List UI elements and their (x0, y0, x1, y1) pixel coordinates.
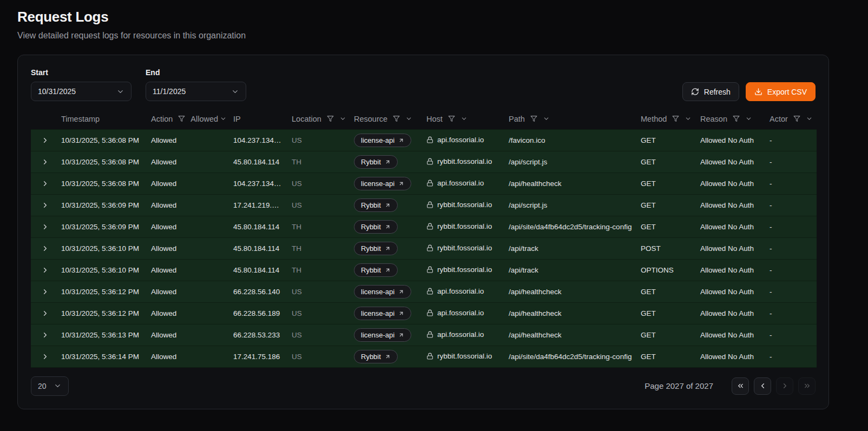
chevron-down-icon[interactable] (461, 115, 468, 122)
resource-badge[interactable]: Rybbit (354, 350, 398, 363)
resource-cell: Rybbit (350, 259, 422, 281)
page-size-select[interactable]: 20 (31, 376, 69, 396)
filter-icon[interactable] (733, 115, 740, 122)
table-row[interactable]: 10/31/2025, 5:36:14 PM Allowed 17.241.75… (31, 346, 817, 367)
expand-row-button[interactable] (38, 307, 51, 320)
expand-row-button[interactable] (38, 220, 51, 233)
chevron-down-icon[interactable] (339, 115, 346, 122)
resource-badge[interactable]: Rybbit (354, 220, 398, 234)
resource-badge-label: Rybbit (361, 266, 381, 274)
location-cell: US (287, 129, 350, 151)
filter-icon[interactable] (327, 115, 334, 122)
chevron-down-icon[interactable] (405, 115, 412, 122)
expand-row-button[interactable] (38, 328, 51, 341)
resource-badge[interactable]: license-api (354, 134, 411, 147)
method-cell: GET (636, 346, 696, 367)
resource-badge-label: license-api (361, 180, 394, 188)
method-cell: GET (636, 324, 696, 346)
resource-badge-label: license-api (361, 331, 394, 339)
action-filter-value: Allowed (190, 115, 218, 123)
path-cell: /api/script.js (504, 194, 636, 216)
chevrons-left-icon (737, 382, 745, 390)
lock-icon (426, 288, 433, 295)
table-row[interactable]: 10/31/2025, 5:36:10 PM Allowed 45.80.184… (31, 237, 817, 259)
resource-badge[interactable]: Rybbit (354, 198, 398, 212)
lock-icon (426, 244, 433, 251)
resource-cell: Rybbit (350, 194, 422, 216)
actor-cell: - (765, 346, 817, 367)
resource-badge[interactable]: license-api (354, 328, 411, 342)
filter-icon[interactable] (448, 115, 455, 122)
host-label: rybbit.fossorial.io (437, 352, 492, 360)
resource-badge[interactable]: license-api (354, 177, 411, 190)
expand-row-button[interactable] (38, 134, 51, 147)
expand-row-button[interactable] (38, 242, 51, 255)
start-date-field: Start 10/31/2025 (31, 68, 131, 101)
action-filter-dropdown[interactable]: Allowed (190, 115, 227, 123)
method-cell: GET (636, 194, 696, 216)
filter-icon[interactable] (178, 115, 185, 122)
resource-badge-label: Rybbit (361, 158, 381, 166)
host-cell: rybbit.fossorial.io (422, 259, 504, 281)
table-row[interactable]: 10/31/2025, 5:36:12 PM Allowed 66.228.56… (31, 302, 817, 324)
resource-badge[interactable]: Rybbit (354, 263, 398, 277)
host-cell: api.fossorial.io (422, 173, 504, 194)
chevron-down-icon[interactable] (685, 115, 692, 122)
expand-row-button[interactable] (38, 350, 51, 363)
actor-cell: - (765, 129, 817, 151)
resource-cell: Rybbit (350, 237, 422, 259)
location-cell: US (287, 302, 350, 324)
host-label: api.fossorial.io (437, 179, 484, 187)
arrow-up-right-icon (385, 354, 391, 360)
resource-badge[interactable]: license-api (354, 307, 411, 320)
export-csv-button[interactable]: Export CSV (746, 82, 816, 101)
chevron-right-icon (41, 223, 49, 231)
table-row[interactable]: 10/31/2025, 5:36:09 PM Allowed 45.80.184… (31, 216, 817, 237)
table-row[interactable]: 10/31/2025, 5:36:10 PM Allowed 45.80.184… (31, 259, 817, 281)
prev-page-button[interactable] (754, 377, 771, 395)
end-date-label: End (146, 68, 246, 77)
timestamp-cell: 10/31/2025, 5:36:13 PM (57, 324, 147, 346)
next-page-button[interactable] (776, 377, 793, 395)
table-row[interactable]: 10/31/2025, 5:36:12 PM Allowed 66.228.56… (31, 281, 817, 302)
host-cell: api.fossorial.io (422, 129, 504, 151)
method-cell: GET (636, 129, 696, 151)
host-cell: rybbit.fossorial.io (422, 216, 504, 237)
resource-badge[interactable]: Rybbit (354, 155, 398, 169)
table-row[interactable]: 10/31/2025, 5:36:13 PM Allowed 66.228.53… (31, 324, 817, 346)
end-date-select[interactable]: 11/1/2025 (146, 82, 246, 101)
filter-icon[interactable] (672, 115, 679, 122)
start-date-select[interactable]: 10/31/2025 (31, 82, 131, 101)
logs-card: Start 10/31/2025 End 11/1/2025 (17, 55, 829, 409)
expand-row-button[interactable] (38, 198, 51, 211)
resource-badge[interactable]: Rybbit (354, 242, 398, 255)
table-row[interactable]: 10/31/2025, 5:36:09 PM Allowed 17.241.21… (31, 194, 817, 216)
expand-row-button[interactable] (38, 177, 51, 190)
table-row[interactable]: 10/31/2025, 5:36:08 PM Allowed 45.80.184… (31, 151, 817, 173)
lock-icon (426, 353, 433, 360)
resource-badge-label: Rybbit (361, 353, 381, 361)
chevron-down-icon (116, 88, 124, 96)
expand-row-button[interactable] (38, 155, 51, 168)
chevron-down-icon[interactable] (806, 115, 813, 122)
resource-badge[interactable]: license-api (354, 285, 411, 299)
path-cell: /api/healthcheck (504, 173, 636, 194)
expand-cell (31, 129, 57, 151)
table-footer: 20 Page 2027 of 2027 (31, 376, 816, 396)
refresh-button[interactable]: Refresh (682, 82, 739, 101)
start-date-value: 10/31/2025 (38, 87, 76, 96)
col-actor-label: Actor (770, 115, 788, 123)
last-page-button[interactable] (798, 377, 816, 395)
filter-icon[interactable] (530, 115, 537, 122)
chevron-down-icon[interactable] (543, 115, 550, 122)
filter-icon[interactable] (393, 115, 400, 122)
table-row[interactable]: 10/31/2025, 5:36:08 PM Allowed 104.237.1… (31, 129, 817, 151)
expand-row-button[interactable] (38, 285, 51, 298)
filter-icon[interactable] (793, 115, 800, 122)
chevron-down-icon[interactable] (745, 115, 752, 122)
chevron-right-icon (41, 158, 49, 166)
expand-row-button[interactable] (38, 263, 51, 276)
table-row[interactable]: 10/31/2025, 5:36:08 PM Allowed 104.237.1… (31, 173, 817, 194)
ip-cell: 45.80.184.114 (229, 151, 287, 173)
first-page-button[interactable] (732, 377, 749, 395)
